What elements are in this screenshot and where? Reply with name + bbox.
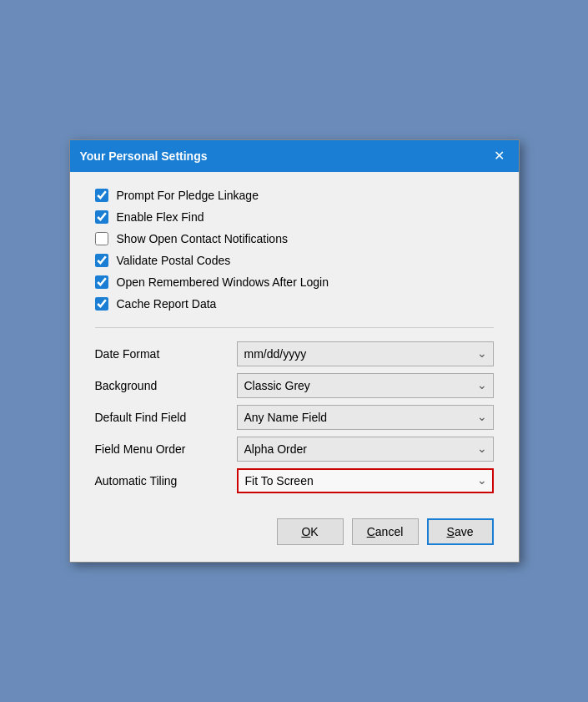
ok-button[interactable]: OK (277, 518, 344, 545)
field-row-field_menu_order: Field Menu OrderAlpha OrderCustom Order (95, 437, 494, 462)
personal-settings-dialog: Your Personal Settings ✕ Prompt For Pled… (69, 139, 520, 563)
select-background[interactable]: Classic GreyWhiteBlue (237, 373, 494, 398)
checkbox-row-enable_flex: Enable Flex Find (95, 210, 494, 224)
cancel-button[interactable]: Cancel (352, 518, 419, 545)
checkbox-row-cache_report: Cache Report Data (95, 297, 494, 311)
checkbox-label-open_remembered[interactable]: Open Remembered Windows After Login (117, 275, 329, 289)
select-field_menu_order[interactable]: Alpha OrderCustom Order (237, 437, 494, 462)
checkbox-label-enable_flex[interactable]: Enable Flex Find (117, 210, 204, 224)
select-wrapper-field_menu_order: Alpha OrderCustom Order (237, 437, 494, 462)
field-label-background: Background (95, 379, 237, 392)
checkbox-prompt_pledge[interactable] (95, 189, 108, 202)
select-automatic_tiling[interactable]: Fit To ScreenManualNone (237, 468, 494, 493)
checkbox-label-show_contact[interactable]: Show Open Contact Notifications (117, 232, 288, 245)
buttons-row: OK Cancel Save (95, 510, 494, 545)
select-wrapper-automatic_tiling: Fit To ScreenManualNone (237, 468, 494, 493)
select-wrapper-date_format: mm/dd/yyyydd/mm/yyyyyyyy/mm/dd (237, 341, 494, 366)
checkbox-row-prompt_pledge: Prompt For Pledge Linkage (95, 189, 494, 202)
checkbox-open_remembered[interactable] (95, 275, 108, 289)
select-wrapper-default_find: Any Name FieldFirst NameLast Name (237, 405, 494, 430)
select-default_find[interactable]: Any Name FieldFirst NameLast Name (237, 405, 494, 430)
checkbox-label-cache_report[interactable]: Cache Report Data (117, 297, 217, 311)
save-button[interactable]: Save (427, 518, 494, 545)
checkbox-validate_postal[interactable] (95, 254, 108, 267)
field-row-automatic_tiling: Automatic TilingFit To ScreenManualNone (95, 468, 494, 493)
dialog-body: Prompt For Pledge LinkageEnable Flex Fin… (70, 172, 519, 562)
checkbox-label-prompt_pledge[interactable]: Prompt For Pledge Linkage (117, 189, 259, 202)
checkbox-enable_flex[interactable] (95, 210, 108, 224)
field-row-background: BackgroundClassic GreyWhiteBlue (95, 373, 494, 398)
checkbox-label-validate_postal[interactable]: Validate Postal Codes (117, 254, 231, 267)
checkbox-row-open_remembered: Open Remembered Windows After Login (95, 275, 494, 289)
checkbox-cache_report[interactable] (95, 297, 108, 311)
field-row-date_format: Date Formatmm/dd/yyyydd/mm/yyyyyyyy/mm/d… (95, 341, 494, 366)
select-date_format[interactable]: mm/dd/yyyydd/mm/yyyyyyyy/mm/dd (237, 341, 494, 366)
title-bar: Your Personal Settings ✕ (70, 140, 519, 172)
fields-section: Date Formatmm/dd/yyyydd/mm/yyyyyyyy/mm/d… (95, 341, 494, 493)
checkboxes-section: Prompt For Pledge LinkageEnable Flex Fin… (95, 189, 494, 311)
checkbox-row-show_contact: Show Open Contact Notifications (95, 232, 494, 245)
close-button[interactable]: ✕ (490, 147, 509, 165)
dialog-title: Your Personal Settings (80, 149, 208, 163)
checkbox-row-validate_postal: Validate Postal Codes (95, 254, 494, 267)
field-label-field_menu_order: Field Menu Order (95, 442, 237, 456)
field-label-automatic_tiling: Automatic Tiling (95, 474, 237, 487)
select-wrapper-background: Classic GreyWhiteBlue (237, 373, 494, 398)
field-label-default_find: Default Find Field (95, 411, 237, 424)
field-row-default_find: Default Find FieldAny Name FieldFirst Na… (95, 405, 494, 430)
field-label-date_format: Date Format (95, 347, 237, 361)
divider (95, 327, 494, 328)
checkbox-show_contact[interactable] (95, 232, 108, 245)
